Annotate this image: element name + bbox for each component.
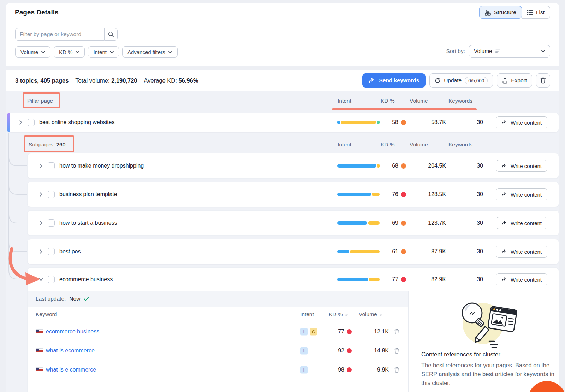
annotation-columns-underline: [332, 108, 477, 110]
search-button[interactable]: [104, 28, 118, 41]
expand-chevron-right-icon[interactable]: [37, 219, 45, 227]
kd-cell: 68: [392, 163, 406, 169]
write-content-button[interactable]: Write content: [496, 116, 547, 128]
send-keywords-label: Send keywords: [379, 77, 419, 84]
kd-column-header: KD %: [381, 141, 395, 148]
update-quota-badge: 0/5,000: [465, 77, 488, 84]
subpages-count: Subpages: 260: [29, 141, 65, 148]
lightbulb-pencil-illustration: [447, 296, 521, 352]
subpage-row: best pos 61 87.9K 30 Write content: [27, 239, 559, 264]
write-content-label: Write content: [511, 163, 542, 169]
keyword-table-header: Keyword Intent KD % Volume: [28, 307, 408, 322]
row-checkbox[interactable]: [48, 248, 55, 255]
expand-chevron-right-icon[interactable]: [17, 119, 25, 126]
export-button[interactable]: Export: [497, 73, 532, 88]
card-header: Pages Details Structure: [6, 3, 559, 22]
delete-keyword-button[interactable]: [394, 328, 399, 334]
keywords-cell: 30: [462, 163, 483, 169]
advanced-filters-dropdown[interactable]: Advanced filters: [122, 46, 178, 58]
write-content-button[interactable]: Write content: [496, 273, 547, 285]
row-checkbox[interactable]: [48, 219, 55, 227]
chevron-down-icon: [41, 51, 45, 53]
kd-cell: 77: [392, 276, 406, 283]
keywords-cell: 30: [462, 276, 483, 283]
kd-column-header[interactable]: KD %: [329, 311, 350, 318]
intent-filter-dropdown[interactable]: Intent: [88, 46, 119, 58]
pillar-page-title: best online shopping websites: [39, 119, 114, 126]
keyword-link[interactable]: what is e commerce: [46, 367, 96, 373]
send-keywords-button[interactable]: Send keywords: [362, 73, 426, 88]
refresh-icon: [435, 78, 441, 84]
row-checkbox[interactable]: [28, 119, 35, 126]
volume-cell: 204.5K: [414, 163, 446, 169]
volume-filter-label: Volume: [20, 49, 38, 55]
topic-table: Pillar page Intent KD % Volume Keywords …: [6, 91, 559, 392]
keywords-column-header: Keywords: [448, 141, 472, 148]
intent-bar: [337, 193, 380, 196]
intent-column-header: Intent: [338, 98, 351, 104]
write-content-button[interactable]: Write content: [496, 246, 547, 258]
pages-details-card: Pages Details Structure: [6, 3, 559, 392]
structure-icon: [485, 10, 491, 16]
write-content-button[interactable]: Write content: [496, 160, 547, 172]
keyword-row: what is e commerce I 98 9.9K: [28, 360, 408, 379]
intent-bar: [337, 250, 380, 253]
volume-column-header: Volume: [410, 98, 428, 104]
send-arrow-icon: [369, 78, 375, 83]
average-kd: Average KD: 56.96%: [144, 77, 198, 84]
structure-view-toggle[interactable]: Structure: [479, 6, 522, 19]
export-icon: [502, 78, 508, 84]
topics-pages-count: 3 topics, 405 pages: [15, 77, 69, 84]
kd-cell: 69: [392, 220, 406, 226]
row-checkbox[interactable]: [48, 191, 55, 198]
intent-badges: I: [300, 366, 308, 373]
keyword-link[interactable]: what is ecommerce: [46, 348, 95, 354]
intent-bar: [337, 121, 380, 124]
keyword-row: ecommerce business I C 77 12.1K: [28, 322, 408, 341]
volume-cell: 58.7K: [414, 119, 446, 126]
pages-details-screen: Pages Details Structure: [0, 0, 565, 392]
delete-topics-button[interactable]: [536, 73, 550, 88]
content-references-panel: Content references for cluster The best …: [409, 291, 559, 392]
intent-bar: [337, 164, 380, 168]
chevron-down-icon: [541, 50, 545, 53]
volume-cell: 9.9K: [361, 367, 389, 373]
subpage-title: ecommerce business: [59, 276, 113, 283]
row-checkbox[interactable]: [48, 162, 55, 169]
keywords-cell: 30: [462, 220, 483, 226]
write-content-button[interactable]: Write content: [496, 217, 547, 229]
delete-keyword-button[interactable]: [394, 348, 399, 354]
sort-by-select[interactable]: Volume: [469, 45, 550, 58]
volume-column-header[interactable]: Volume: [359, 311, 384, 318]
write-content-button[interactable]: Write content: [496, 188, 547, 200]
kd-cell: 92: [338, 348, 352, 354]
chevron-down-icon: [168, 51, 172, 53]
section-gap: [6, 66, 559, 70]
list-view-toggle[interactable]: List: [522, 6, 550, 19]
us-flag-icon: [36, 367, 43, 372]
subpage-title: business plan template: [59, 191, 117, 198]
kd-dot: [401, 163, 406, 169]
kd-dot: [347, 348, 352, 353]
kd-cell: 76: [392, 191, 406, 198]
search-icon: [108, 31, 114, 37]
kd-dot: [401, 221, 406, 226]
keywords-cell: 30: [462, 191, 483, 198]
kd-filter-dropdown[interactable]: KD %: [54, 46, 85, 58]
expand-chevron-right-icon[interactable]: [37, 191, 45, 198]
list-toggle-label: List: [536, 9, 545, 16]
subpage-row: how to start a business 69 123.7K 30 Wri…: [27, 210, 559, 236]
keyword-link[interactable]: ecommerce business: [46, 328, 99, 335]
subpage-row-expanded: ecommerce business 77 82.9K 30 Write con…: [28, 268, 559, 291]
expand-chevron-right-icon[interactable]: [37, 162, 45, 170]
delete-keyword-button[interactable]: [394, 367, 399, 373]
volume-column-header: Volume: [410, 141, 428, 148]
kd-dot: [401, 277, 406, 282]
kd-cell: 98: [338, 367, 352, 373]
update-button[interactable]: Update 0/5,000: [429, 73, 493, 88]
search-input[interactable]: [15, 28, 104, 41]
row-checkbox[interactable]: [48, 276, 55, 283]
volume-cell: 12.1K: [361, 328, 389, 335]
volume-filter-dropdown[interactable]: Volume: [15, 46, 50, 58]
pillar-page-row: best online shopping websites 58 58.7K 3…: [7, 113, 559, 132]
